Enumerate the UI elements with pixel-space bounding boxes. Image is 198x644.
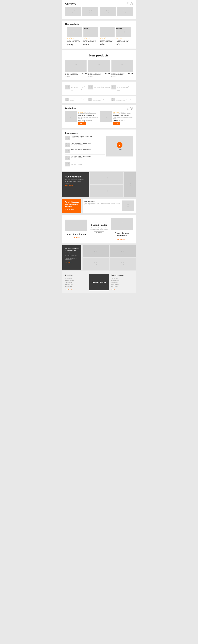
banner-orange: We tried to make it as versatile as poss…	[62, 199, 82, 213]
banner-mid-img-1	[90, 172, 123, 184]
footer-card-right-title: Category name	[111, 274, 133, 276]
feature-large-2: An excellent way of preparing a project'…	[88, 84, 110, 91]
big-feature-right-more[interactable]: READ MORE >	[117, 238, 126, 240]
product-title-4: PRODUCT FOUR WITH SHORT DESCRIPTION	[116, 40, 131, 42]
review-thumb-3	[65, 149, 70, 153]
product-big-price-2: $99.00	[105, 72, 110, 74]
product-stars-3: ★★★★☆	[100, 37, 114, 39]
footer-right-item-3: Third subitem	[111, 282, 133, 284]
offers-refresh-icon[interactable]: ↺	[126, 107, 129, 110]
review-thumb-4	[65, 156, 70, 160]
service-two-block: SERVICE TWO The creation myth suggests t…	[82, 199, 136, 213]
refresh-icon[interactable]: ↺	[126, 2, 129, 5]
footer-card-left-btn[interactable]: SEE ALL >	[65, 289, 72, 290]
footer-right-item-2: Second subitem	[111, 279, 133, 281]
review-title-3: VIDEO ONE: SHORT DESCRIPTION	[71, 149, 90, 150]
feature-small-text-1: A set of 100 elements perfectly fitting …	[70, 98, 86, 101]
feature-large-text-1: A set of 100 elements perfectly fitting …	[71, 85, 86, 91]
product-stars-1: ★★★★☆	[67, 37, 82, 39]
big-feature-left-title: A lot of inspiration	[66, 233, 86, 236]
review-item-1: VIDEO ONE: SHORT DESCRIPTION 25.00 stars…	[65, 136, 104, 142]
offer-info-2: ★★★★☆ 5 reviews ONE OF OUR BEST PRODUCTS…	[113, 111, 133, 125]
banner-orange-more-link[interactable]: READ MORE >	[65, 209, 74, 210]
prev-arrow[interactable]: ‹	[65, 35, 67, 38]
feature-small-text-2: An excellent way of preparing a project'…	[93, 98, 110, 101]
info-icon[interactable]: i	[130, 2, 133, 5]
new-products-big-section: New products PRODUCT ONE WITH SHORT DESC…	[62, 50, 136, 80]
product-big-thumb-1	[65, 60, 86, 72]
big-feature-center-btn[interactable]: BUTTON	[94, 232, 104, 234]
product-badge-4: BUNDLE	[116, 28, 122, 29]
feature-large-text-3: A whole lot of inspiration you can get f…	[117, 85, 133, 91]
offer-buy-btn-2[interactable]: BUY	[113, 122, 120, 125]
offers-info-icon[interactable]: i	[130, 107, 133, 110]
offer-old-price-1: $199.00 $	[86, 120, 92, 122]
big-feature-center-title: Second Header	[91, 224, 107, 226]
reviews-title: Last reviews	[65, 132, 133, 134]
offer-card-1: ★★★★☆ 5 reviews ONE OF OUR BEST PRODUCTS…	[65, 111, 98, 125]
features-small-row: A set of 100 elements perfectly fitting …	[65, 98, 133, 101]
video-block[interactable]: ▶ Video	[106, 136, 133, 156]
review-meta-3: 25.00 stars - 6 months ago	[71, 150, 90, 152]
review-title-5: VIDEO ONE: SHORT DESCRIPTION	[71, 162, 90, 164]
offer-buy-btn-1[interactable]: BUY	[78, 122, 86, 125]
review-title-1: VIDEO ONE: SHORT DESCRIPTION	[72, 136, 92, 137]
versatile-dark-heading: We tried to make it as versatile as poss…	[65, 248, 79, 254]
reviews-layout: VIDEO ONE: SHORT DESCRIPTION 25.00 stars…	[65, 136, 133, 168]
feature-large-thumb-3	[112, 85, 116, 90]
review-item-2: VIDEO ONE: SHORT DESCRIPTION 25.00 stars…	[65, 142, 104, 148]
best-offers-section: Best offers ↺ i ★★★★☆ 5 reviews ONE OF O…	[62, 104, 136, 128]
feature-small-thumb-2	[88, 98, 92, 101]
big-feature-grid: A lot of inspiration READ MORE > Second …	[65, 218, 133, 240]
review-thumb-1	[65, 136, 70, 140]
product-price-2: $99.00 $	[84, 44, 98, 46]
product-card-1: ★★★★☆ PRODUCT ONE WITH SHORT DESCRIPTION…	[67, 27, 82, 46]
product-thumb-1	[67, 27, 82, 37]
footer-card-right-list: First subitem Second subitem Third subit…	[111, 277, 133, 288]
product-title-3: PRODUCT THREE WITH SHORT DESCRIPTION	[100, 40, 114, 42]
feature-small-1: A set of 100 elements perfectly fitting …	[65, 98, 86, 101]
review-title-2: VIDEO ONE: SHORT DESCRIPTION	[71, 142, 90, 144]
review-item-5: VIDEO ONE: SHORT DESCRIPTION 25.00 stars…	[65, 162, 104, 168]
footer-card-right-btn[interactable]: SEE ALL >	[111, 289, 117, 290]
category-title: Category	[65, 2, 76, 5]
product-big-desc-1: description	[65, 76, 86, 77]
feature-small-text-3: Whole lot of inspiration you can get fro…	[116, 98, 133, 101]
versatile-dark-more[interactable]: SEE ALL >	[65, 261, 71, 263]
offer-title-1: ONE OF OUR BEST PRODUCTS WITH SHORT DESC…	[78, 113, 98, 116]
product-thumb-3	[100, 27, 114, 37]
product-big-title-1: PRODUCT ONE WITH SHORT DESCRIPTION	[65, 72, 82, 76]
play-button[interactable]: ▶	[116, 142, 122, 148]
offer-thumb-1	[65, 111, 77, 122]
banner-right-img	[124, 172, 136, 197]
product-big-thumb-3	[112, 60, 133, 72]
footer-card-left: Headline First subitem Second subitem Th…	[65, 274, 87, 290]
banner-dark-section: Second Header The creation myth suggests…	[62, 172, 136, 197]
next-arrow[interactable]: ›	[131, 35, 133, 38]
offer-desc-2: 1 out of 10 reviews, perfectly describin…	[113, 116, 133, 119]
big-feature-left-more[interactable]: READ MORE >	[72, 237, 81, 238]
new-products-sm-section: New products ‹ ★★★★☆ PRODUCT ONE WITH SH…	[62, 20, 136, 48]
service-two-desc: The creation myth suggests that an explo…	[84, 203, 121, 206]
features-large-section: A set of 100 elements perfectly fitting …	[62, 82, 136, 94]
footer-card-left-list: First subitem Second subitem Third subit…	[65, 277, 87, 288]
best-offers-title: Best offers	[65, 107, 76, 110]
product-card-4: BUNDLE ★★★★☆ PRODUCT FOUR WITH SHORT DES…	[116, 27, 131, 46]
product-big-card-1: PRODUCT ONE WITH SHORT DESCRIPTION $99.0…	[65, 60, 86, 77]
review-meta-5: 25.00 stars - 6 months ago	[71, 164, 90, 165]
product-price-1: $99.00 $	[67, 44, 82, 46]
versatile-img-4	[110, 258, 136, 270]
banner-dark-more-link[interactable]: READ MORE >	[65, 185, 74, 186]
versatile-img-1	[82, 245, 109, 257]
footer-left-item-4: Fourth subitem	[65, 284, 87, 286]
footer-left-item-3: Third subitem	[65, 282, 87, 284]
service-two-title: SERVICE TWO	[84, 200, 121, 202]
product-card-2: NEW ★★★★☆ PRODUCT TWO WITH SHORT DESCRIP…	[84, 27, 98, 46]
offer-stars-2: ★★★★☆	[113, 111, 120, 113]
footer-left-item-2: Second subitem	[65, 279, 87, 281]
product-thumb-4: BUNDLE	[116, 27, 131, 37]
product-big-title-2: PRODUCT TWO WITH SHORT DESCRIPTION	[88, 72, 105, 76]
last-reviews-section: Last reviews VIDEO ONE: SHORT DESCRIPTIO…	[62, 130, 136, 170]
versatile-img-3	[82, 258, 109, 270]
versatile-dark-block: We tried to make it as versatile as poss…	[62, 245, 82, 270]
